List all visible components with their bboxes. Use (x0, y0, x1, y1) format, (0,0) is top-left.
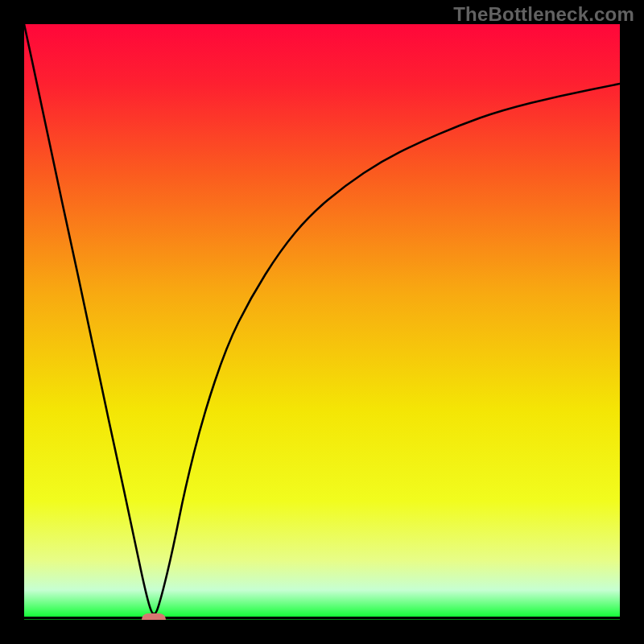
watermark-text: TheBottleneck.com (453, 3, 634, 26)
curve-layer (24, 24, 620, 620)
plot-area (24, 24, 620, 620)
chart-frame: TheBottleneck.com (0, 0, 644, 644)
optimal-marker (142, 613, 166, 620)
bottleneck-curve (24, 24, 620, 614)
